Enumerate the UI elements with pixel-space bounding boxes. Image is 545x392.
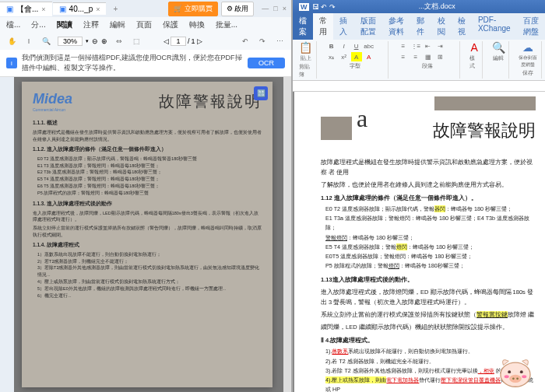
menu-batch[interactable]: 批量... xyxy=(216,19,237,30)
info-icon: i xyxy=(6,58,17,68)
svg-point-4 xyxy=(508,370,511,373)
styles-icon[interactable]: A xyxy=(470,41,477,54)
tab-references[interactable]: 參考資料 xyxy=(382,13,410,40)
paragraph: 系統立刻停止當前的運行模式保護並掃描所有按鍵狀態（警報當按鍵故障燈 繼 xyxy=(321,310,536,320)
zoom-in-icon[interactable]: ⊕ xyxy=(101,37,107,45)
paragraph: 了解故障，也便於使用者在維修人員到達之前能夠應使用方式容易。 xyxy=(321,180,536,190)
word-icon: W xyxy=(299,3,309,11)
strike-icon[interactable]: abc xyxy=(364,41,374,51)
bold-icon[interactable]: B xyxy=(326,41,337,51)
word-titlebar: W 🖫 ↶ ↷ ...文档.docx xyxy=(293,0,545,13)
tab-insert[interactable]: 插入 xyxy=(333,13,353,40)
close-icon[interactable]: × xyxy=(41,5,45,13)
tab-view[interactable]: 檢視 xyxy=(452,13,472,40)
highlight-icon[interactable]: A xyxy=(351,52,362,61)
section-heading: Ⅱ 4.故障處理程式。 xyxy=(321,335,536,345)
ribbon-tabs: 檔案 常用 插入 版面配置 參考資料 郵件 校閱 檢視 PDF-XChange … xyxy=(293,13,545,40)
fit-width-icon[interactable]: ⇔ xyxy=(114,36,125,47)
buy-now-button[interactable]: 🛒 立即購買 xyxy=(168,2,218,16)
tab-pdfxchange[interactable]: PDF-XChange xyxy=(472,13,517,40)
list-item: 4）壓上或熱泵故障，則由當前運行模式切換到電加熱系統運行方式； xyxy=(37,278,262,285)
font-controls[interactable]: B I U abc x₂ x² A A xyxy=(326,41,385,61)
tab-home[interactable]: 常用 xyxy=(313,13,333,40)
new-tab-button[interactable]: + xyxy=(107,5,124,13)
rotate-left-icon[interactable]: ↶ xyxy=(240,36,251,47)
menu-convert[interactable]: 轉換 xyxy=(189,19,205,30)
maximize-icon[interactable]: □ xyxy=(273,5,277,12)
menu-file[interactable]: 檔... xyxy=(6,19,20,30)
underline-icon[interactable]: U xyxy=(351,41,362,51)
rotate-right-icon[interactable]: ↷ xyxy=(257,36,268,47)
paragraph: 進入故障處理程式後，故障燈閃爍，ED 顯示故障代碼，蜂鳴器每間隔 180s 發出… xyxy=(321,287,536,307)
list-item: E6 T5 溫度感測器故障；警報燈閃：蜂鳴器每180秒響三聲； xyxy=(37,183,262,190)
close-icon[interactable]: × xyxy=(96,5,100,13)
menu-read[interactable]: 閱讀 xyxy=(57,19,72,30)
tab-review[interactable]: 校閱 xyxy=(431,13,452,40)
menu-page[interactable]: 頁面 xyxy=(136,19,152,30)
numbering-icon[interactable]: ⋮≡ xyxy=(410,41,421,51)
paragraph: 故障處理程式是機組在發生故障時提供警示資訊和啟動應急處理方案，便於視察可用者了解… xyxy=(33,129,262,142)
sub-icon[interactable]: x₂ xyxy=(326,52,337,61)
align-center-icon[interactable]: ≡ xyxy=(410,52,421,61)
font-color-icon[interactable]: A xyxy=(364,52,374,61)
activate-button[interactable]: ⚙ 啟用 xyxy=(221,2,255,16)
chevron-down-icon[interactable]: ▾ xyxy=(86,38,89,44)
menu-protect[interactable]: 保護 xyxy=(163,19,178,30)
tab-baidu[interactable]: 百度網盤 xyxy=(517,13,545,40)
document-title: ...文档.docx xyxy=(419,2,455,12)
page-total: 1 xyxy=(192,37,195,45)
select-tool-icon[interactable]: I xyxy=(23,36,34,47)
list-item: E0T5 溫度感測器故障；警報燈閃：蜂鳴器每 180 秒響三聲； xyxy=(325,252,536,261)
page-input[interactable] xyxy=(171,37,186,46)
indent-dec-icon[interactable]: ⇤ xyxy=(423,41,434,51)
minimize-icon[interactable]: — xyxy=(262,5,269,12)
next-page-icon[interactable]: ▷ xyxy=(197,37,202,45)
tab-1[interactable]: ▣【會...× xyxy=(0,2,52,16)
menu-edit[interactable]: 編輯 xyxy=(110,19,125,30)
ribbon: 📋 貼上 剪貼簿 B I U abc x₂ x² A A 字型 xyxy=(293,40,545,81)
tab-2[interactable]: ▣40..._p× xyxy=(53,2,107,15)
svg-point-0 xyxy=(501,362,530,387)
sup-icon[interactable]: x² xyxy=(339,52,350,61)
page-nav: ◁ / 1 ▷ xyxy=(164,37,202,46)
ruler[interactable] xyxy=(293,81,545,92)
vertical-scrollbar[interactable] xyxy=(283,77,291,392)
window-close-icon[interactable]: × xyxy=(283,5,287,12)
zoom-input[interactable] xyxy=(58,37,83,46)
tab-file[interactable]: 檔案 xyxy=(293,13,313,40)
prev-page-icon[interactable]: ◁ xyxy=(164,37,169,45)
align-left-icon[interactable]: ≡ xyxy=(398,52,409,61)
italic-icon[interactable]: I xyxy=(339,41,350,51)
find-icon[interactable]: 🔍 xyxy=(492,41,505,54)
svg-point-2 xyxy=(512,377,515,380)
paste-icon[interactable]: 📋 xyxy=(299,41,312,54)
save-cloud-label: 保存到百度網盤 xyxy=(519,54,538,68)
list-item: E2 T3b 溫度感測器故障；警報燈閃：蜂鳴器每180秒響三聲； xyxy=(37,169,262,176)
more-icon[interactable]: ⋯ xyxy=(274,36,285,47)
tab-mail[interactable]: 郵件 xyxy=(410,13,431,40)
word-page[interactable]: a 故障警報說明 故障處理程式是機組在發生故障時提供警示資訊和啟動應急處理方案，… xyxy=(294,92,545,392)
zoom-out-icon[interactable]: ⊖ xyxy=(92,37,98,45)
thumbnail-strip[interactable] xyxy=(0,77,14,392)
translate-icon[interactable]: 🔠 xyxy=(254,86,268,100)
pdf-logo-icon: ▣ xyxy=(6,5,13,13)
tab-layout[interactable]: 版面配置 xyxy=(354,13,382,40)
fit-page-icon[interactable]: ⬚ xyxy=(131,36,142,47)
svg-point-6 xyxy=(505,375,509,378)
ocr-button[interactable]: OCR xyxy=(248,58,285,68)
menu-annotate[interactable]: 注釋 xyxy=(83,19,99,30)
list-item: P5 故障程式的故障；警報燈閃：蜂鳴器每180秒響三聲 xyxy=(37,190,262,197)
list-item: E0 T2 溫度感測器故障；顯示故障代碼，警報器鳴：蜂鳴器報警器180秒響三聲 xyxy=(37,156,262,163)
group-label: 保存 xyxy=(522,69,533,77)
menu-share[interactable]: 分... xyxy=(31,19,45,30)
group-label: 編輯 xyxy=(493,54,504,62)
serif-a: a xyxy=(357,96,367,140)
cloud-save-icon[interactable]: ☁ xyxy=(522,41,533,54)
zoom-tool-icon[interactable]: 🔍 xyxy=(40,36,51,47)
bullets-icon[interactable]: ≡ xyxy=(398,41,409,51)
shading-icon[interactable]: ▦ xyxy=(423,52,434,61)
borders-icon[interactable]: ⊞ xyxy=(435,52,446,61)
para-controls[interactable]: ≡ ⋮≡ ⇤ ⇥ ≡ ≡ ▦ ⊞ xyxy=(398,41,456,61)
indent-inc-icon[interactable]: ⇥ xyxy=(435,41,446,51)
hand-tool-icon[interactable]: ✋ xyxy=(6,36,17,47)
